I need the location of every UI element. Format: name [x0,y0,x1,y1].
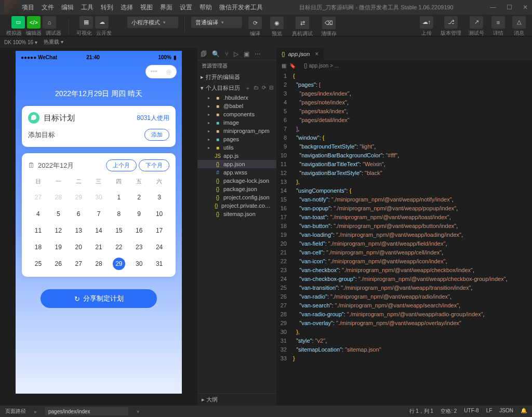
file-app.js[interactable]: JSapp.js [197,152,276,160]
day-cell[interactable]: 30 [129,257,149,271]
day-cell[interactable]: 27 [28,191,48,204]
outline-section[interactable]: ▸ 大纲 [197,393,276,406]
new-folder-icon[interactable]: 🗀 [254,85,259,92]
project-section[interactable]: ▾ 个人目标日历 ＋🗀⟳⊟ [197,83,276,93]
day-cell[interactable]: 28 [89,257,109,271]
day-cell[interactable]: 29 [113,258,125,270]
day-cell[interactable]: 11 [28,224,48,237]
file-miniprogram_npm[interactable]: ▸■miniprogram_npm [197,127,276,135]
file-app.json[interactable]: {}app.json [197,160,276,168]
file-components[interactable]: ▸■components [197,110,276,118]
file-project.private.config.js...[interactable]: {}project.private.config.js... [197,201,276,210]
file-sitemap.json[interactable]: {}sitemap.json [197,210,276,218]
day-cell[interactable]: 6 [69,207,89,221]
preview-button[interactable]: ◉ [270,17,284,29]
day-cell[interactable]: 5 [48,207,69,221]
clearcache-button[interactable]: ⌫ [322,17,336,29]
day-cell[interactable]: 20 [69,240,89,254]
bookmark2-icon[interactable]: 🔖 [289,63,296,69]
file-app.wxss[interactable]: #app.wxss [197,168,276,177]
day-cell[interactable]: 23 [129,240,149,254]
mode-dropdown[interactable]: 小程序模式 [127,17,178,28]
lang-info[interactable]: JSON [499,408,513,415]
day-cell[interactable]: 22 [109,240,129,254]
day-cell[interactable]: 4 [28,207,48,221]
day-cell[interactable]: 7 [89,207,109,221]
prev-month-button[interactable]: 上个月 [106,159,137,171]
day-cell[interactable]: 30 [89,191,109,204]
cursor-pos[interactable]: 行 1，列 1 [409,408,434,415]
open-editors-section[interactable]: ▸ 打开的编辑器 [197,72,276,83]
misc-icon[interactable]: ⋯ [255,50,261,58]
more-icon[interactable]: ••• [151,68,157,75]
compile-dropdown[interactable]: 普通编译 [191,17,242,28]
menu-工具[interactable]: 工具 [81,3,94,12]
menu-编辑[interactable]: 编辑 [61,3,74,12]
capsule-menu[interactable]: •••◎ [145,65,177,78]
indent-info[interactable]: 空格: 2 [441,408,457,415]
tab-app-json[interactable]: {} app.json × [276,48,324,60]
debug-icon[interactable]: ▷ [234,50,238,58]
day-cell[interactable]: 21 [89,240,109,254]
editor-toggle[interactable]: </> [27,16,41,29]
phone-frame[interactable]: ●●●●● WeChat 21:40 100%▮ •••◎ 2022年12月29… [16,51,182,394]
simulator-toggle[interactable]: ▭ [11,16,25,29]
menu-视图[interactable]: 视图 [140,3,153,12]
day-cell[interactable]: 27 [69,257,89,271]
day-cell[interactable]: 24 [149,240,169,254]
day-cell[interactable]: 19 [48,240,69,254]
upload-button[interactable]: ☁↑ [420,16,433,29]
file-package-lock.json[interactable]: {}package-lock.json [197,177,276,185]
share-button[interactable]: ↻ 分享制定计划 [41,289,157,308]
branch-icon[interactable]: ⑂ [225,50,229,58]
cloud-button[interactable]: ☁ [95,16,109,29]
menu-帮助[interactable]: 帮助 [200,3,212,12]
day-cell[interactable]: 28 [48,191,69,204]
file-.hbuilderx[interactable]: ▸■.hbuilderx [197,93,276,102]
menu-微信开发者工具[interactable]: 微信开发者工具 [219,3,263,12]
tab-close-icon[interactable]: × [315,50,318,58]
eol-info[interactable]: LF [486,408,493,415]
add-button[interactable]: 添加 [144,129,169,141]
day-cell[interactable]: 9 [129,207,149,221]
day-cell[interactable]: 13 [69,224,89,237]
day-cell[interactable]: 31 [149,257,169,271]
day-cell[interactable]: 12 [48,224,69,237]
version-button[interactable]: ⎇ [444,16,458,29]
path-input[interactable] [45,407,128,415]
menu-选择[interactable]: 选择 [121,3,133,12]
menu-文件[interactable]: 文件 [42,3,54,12]
zoom-dropdown[interactable]: DK 100% 16 ▾ [4,39,37,45]
menu-界面[interactable]: 界面 [160,3,172,12]
day-cell[interactable]: 17 [149,224,169,237]
new-file-icon[interactable]: ＋ [245,85,250,92]
bell-icon[interactable]: 🔔 [521,408,527,415]
detail-button[interactable]: ≡ [491,16,505,29]
day-cell[interactable]: 8 [109,207,129,221]
day-cell[interactable]: 15 [109,224,129,237]
files-icon[interactable]: 🗐 [201,50,207,58]
ext-icon[interactable]: ▣ [244,50,249,58]
breadcrumb[interactable]: ▦ 🔖 {} app.json > ... [276,60,532,71]
close-capsule-icon[interactable]: ◎ [166,68,171,75]
project-avatar[interactable] [4,0,19,15]
menu-项目[interactable]: 项目 [22,3,34,12]
menu-转到[interactable]: 转到 [101,3,113,12]
day-cell[interactable]: 2 [129,191,149,204]
code-area[interactable]: 1234567891011121314151617181920212223242… [276,71,532,406]
day-cell[interactable]: 18 [28,240,48,254]
day-cell[interactable]: 3 [149,191,169,204]
day-cell[interactable]: 26 [48,257,69,271]
day-cell[interactable]: 1 [109,191,129,204]
day-cell[interactable]: 14 [89,224,109,237]
menu-设置[interactable]: 设置 [180,3,192,12]
compile-button[interactable]: ⟳ [248,17,262,29]
realdevice-button[interactable]: ⇄ [296,17,309,29]
next-month-button[interactable]: 下个月 [139,159,169,171]
day-cell[interactable]: 16 [129,224,149,237]
encoding-info[interactable]: UTF-8 [464,408,478,415]
refresh-icon[interactable]: ⟳ [262,85,266,92]
maximize-button[interactable]: ☐ [507,4,512,11]
day-cell[interactable]: 10 [149,207,169,221]
day-cell[interactable]: 29 [69,191,89,204]
